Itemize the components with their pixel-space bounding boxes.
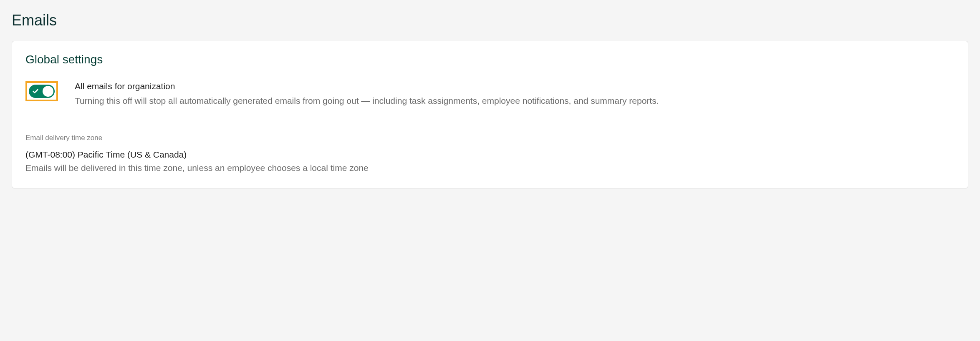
page-title: Emails bbox=[12, 12, 968, 29]
all-emails-toggle-description: Turning this off will stop all automatic… bbox=[75, 95, 955, 107]
global-settings-heading: Global settings bbox=[25, 53, 955, 66]
toggle-text-block: All emails for organization Turning this… bbox=[75, 81, 955, 107]
check-icon bbox=[32, 88, 39, 95]
timezone-description: Emails will be delivered in this time zo… bbox=[25, 163, 955, 173]
settings-card: Global settings All emails for organizat… bbox=[12, 41, 968, 188]
all-emails-toggle-row: All emails for organization Turning this… bbox=[25, 81, 955, 107]
all-emails-toggle-label: All emails for organization bbox=[75, 81, 955, 91]
timezone-value: (GMT-08:00) Pacific Time (US & Canada) bbox=[25, 150, 955, 160]
global-settings-section: Global settings All emails for organizat… bbox=[12, 41, 968, 122]
timezone-field-label: Email delivery time zone bbox=[25, 134, 955, 142]
toggle-knob bbox=[43, 86, 53, 97]
timezone-section: Email delivery time zone (GMT-08:00) Pac… bbox=[12, 122, 968, 188]
toggle-highlight-box bbox=[25, 81, 58, 101]
all-emails-toggle[interactable] bbox=[29, 85, 55, 98]
